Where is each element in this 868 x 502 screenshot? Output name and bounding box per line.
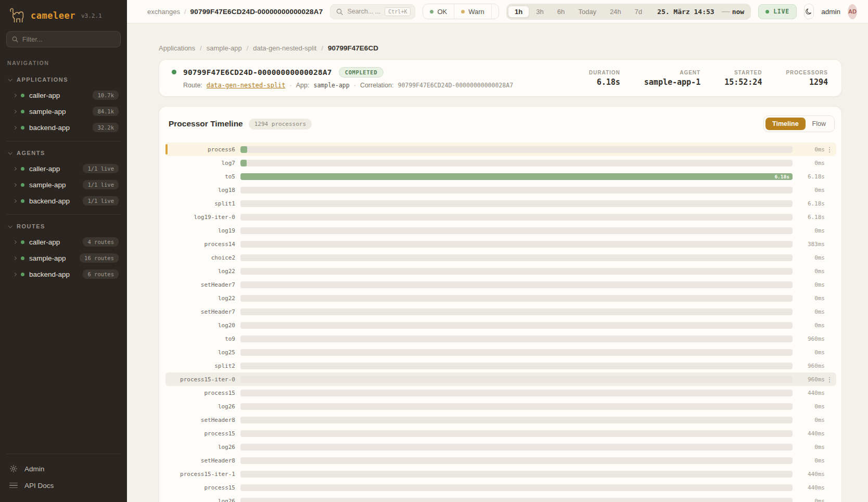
sidebar-section-header[interactable]: AGENTS	[6, 148, 121, 160]
timeline-track	[240, 403, 793, 410]
timeline-row[interactable]: log70ms	[165, 156, 836, 170]
sidebar-item-sample-app[interactable]: sample-app16 routes	[6, 250, 121, 266]
timeline-row[interactable]: setHeader70ms	[165, 278, 836, 291]
status-filter-error[interactable]: Error	[491, 4, 499, 19]
breadcrumb-item[interactable]: Applications	[159, 44, 195, 52]
timeline-row[interactable]: process15-iter-1440ms	[165, 467, 836, 481]
timeline-row[interactable]: choice20ms	[165, 251, 836, 264]
date-range-start[interactable]: 25. März 14:53	[657, 8, 714, 16]
row-duration: 0ms	[800, 498, 825, 502]
timeline-track	[240, 484, 793, 491]
timeline-row[interactable]: setHeader80ms	[165, 413, 836, 427]
breadcrumb-item[interactable]: sample-app	[207, 44, 242, 52]
chevron-right-icon	[13, 272, 17, 276]
time-range-24h[interactable]: 24h	[603, 6, 628, 18]
timeline-row[interactable]: to9960ms	[165, 332, 836, 345]
timeline-row[interactable]: log19-iter-06.18s	[165, 210, 836, 224]
row-menu-icon[interactable]: ⋮	[825, 376, 834, 383]
timeline-row[interactable]: log190ms	[165, 224, 836, 237]
status-filter-warn[interactable]: Warn	[454, 4, 491, 19]
breadcrumb-section[interactable]: exchanges	[147, 8, 180, 16]
sidebar-item-caller-app[interactable]: caller-app10.7k	[6, 87, 121, 103]
sidebar-item-caller-app[interactable]: caller-app1/1 live	[6, 161, 121, 176]
timeline-track	[240, 308, 793, 315]
view-toggle-timeline[interactable]: Timeline	[765, 118, 805, 130]
sidebar-item-badge: 84.1k	[93, 107, 119, 116]
view-toggle-flow[interactable]: Flow	[806, 118, 833, 130]
page-breadcrumb: Applications/sample-app/data-gen-nested-…	[159, 44, 842, 52]
chevron-right-icon	[13, 199, 17, 202]
sidebar-filter-input[interactable]	[22, 35, 115, 43]
sidebar-item-label: backend-app	[29, 197, 70, 205]
sidebar-item-sample-app[interactable]: sample-app1/1 live	[6, 177, 121, 192]
user-avatar[interactable]: AD	[848, 4, 857, 19]
time-range-group: 1h3h6hToday24h7d25. März 14:53 — now	[506, 4, 751, 20]
content: Applications/sample-app/data-gen-nested-…	[127, 23, 868, 502]
timeline-row[interactable]: log260ms	[165, 440, 836, 454]
status-dot	[21, 183, 24, 187]
timeline-row[interactable]: process60ms⋮	[165, 143, 836, 156]
sidebar-filter[interactable]	[6, 31, 121, 47]
timeline-row[interactable]: process15440ms	[165, 481, 836, 494]
chevron-down-icon	[8, 224, 12, 228]
timeline-row[interactable]: log250ms	[165, 345, 836, 359]
timeline-row[interactable]: log180ms	[165, 183, 836, 197]
timeline-row[interactable]: log220ms	[165, 291, 836, 305]
date-range-end[interactable]: now	[732, 8, 744, 16]
timeline-row[interactable]: log260ms	[165, 400, 836, 413]
row-duration: 440ms	[800, 484, 825, 491]
status-filter-ok[interactable]: OK	[423, 4, 454, 19]
stat-value: 1294	[786, 78, 828, 87]
row-duration: 440ms	[800, 471, 825, 478]
timeline-row[interactable]: process15440ms	[165, 427, 836, 440]
time-range-today[interactable]: Today	[571, 6, 603, 18]
route-link[interactable]: data-gen-nested-split	[207, 82, 286, 89]
timeline-track	[240, 322, 793, 329]
timeline-row[interactable]: process14383ms	[165, 237, 836, 251]
breadcrumb-item[interactable]: data-gen-nested-split	[253, 44, 316, 52]
sidebar-item-label: sample-app	[29, 181, 66, 189]
sidebar-item-admin[interactable]: Admin	[6, 460, 121, 477]
status-badge: COMPLETED	[339, 67, 384, 78]
row-duration: 0ms	[800, 160, 825, 166]
time-range-6h[interactable]: 6h	[551, 6, 571, 18]
timeline-row[interactable]: log200ms	[165, 318, 836, 332]
row-duration: 6.18s	[800, 200, 825, 207]
live-badge[interactable]: LIVE	[758, 4, 797, 19]
timeline-row[interactable]: log220ms	[165, 264, 836, 278]
sidebar-item-caller-app[interactable]: caller-app4 routes	[6, 234, 121, 250]
timeline-row[interactable]: setHeader70ms	[165, 305, 836, 318]
timeline-row[interactable]: to56.18s6.18s	[165, 170, 836, 183]
sidebar-section-header[interactable]: APPLICATIONS	[6, 74, 121, 87]
sidebar-item-sample-app[interactable]: sample-app84.1k	[6, 104, 121, 119]
timeline-row[interactable]: split2960ms	[165, 359, 836, 372]
sidebar-item-api-docs[interactable]: API Docs	[6, 477, 121, 494]
timeline-row[interactable]: process15440ms	[165, 386, 836, 400]
timeline-track	[240, 444, 793, 450]
time-range-7d[interactable]: 7d	[628, 6, 649, 18]
theme-toggle-button[interactable]	[804, 4, 814, 19]
timeline-row[interactable]: split16.18s	[165, 197, 836, 210]
stat-value: 6.18s	[589, 78, 620, 87]
timeline-row[interactable]: setHeader80ms	[165, 454, 836, 467]
stat-started: STARTED15:52:24	[724, 70, 762, 87]
timeline-row[interactable]: log260ms	[165, 494, 836, 502]
sidebar-item-backend-app[interactable]: backend-app1/1 live	[6, 193, 121, 209]
chevron-right-icon	[13, 183, 17, 186]
row-duration: 0ms	[800, 322, 825, 329]
sidebar-item-badge: 1/1 live	[83, 180, 119, 189]
live-dot	[765, 10, 769, 14]
processor-timeline-card: Processor Timeline 1294 processors Timel…	[159, 106, 842, 502]
sidebar-item-backend-app[interactable]: backend-app32.2k	[6, 120, 121, 135]
sidebar-section-header[interactable]: ROUTES	[6, 221, 121, 234]
timeline-track	[240, 457, 793, 464]
timeline-row[interactable]: process15-iter-0960ms⋮	[165, 372, 836, 386]
sidebar-item-badge: 1/1 live	[83, 196, 119, 205]
row-menu-icon[interactable]: ⋮	[825, 146, 834, 153]
gear-icon	[9, 465, 18, 473]
sidebar-item-backend-app[interactable]: backend-app6 routes	[6, 266, 121, 282]
breadcrumb: exchanges / 90799F47E6CD24D-000000000000…	[147, 8, 323, 16]
time-range-3h[interactable]: 3h	[529, 6, 550, 18]
global-search[interactable]: Search... ... Ctrl+K	[330, 4, 415, 19]
time-range-1h[interactable]: 1h	[508, 6, 529, 18]
